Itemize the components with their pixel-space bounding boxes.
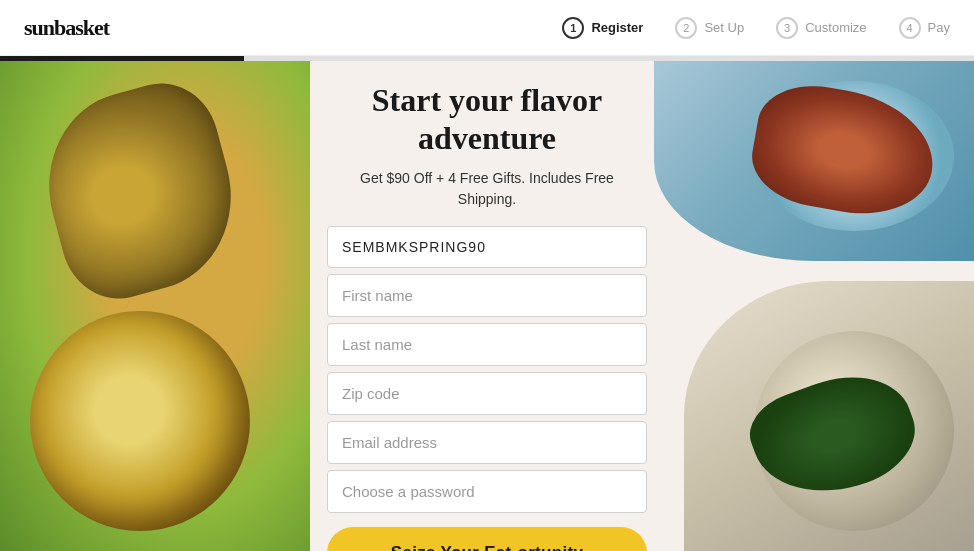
promo-code-input[interactable] (327, 226, 647, 268)
step-2-circle: 2 (675, 17, 697, 39)
main-content: Start your flavor adventure Get $90 Off … (297, 61, 677, 551)
step-4-circle: 4 (899, 17, 921, 39)
registration-form: Seize Your Eat-ortunity (327, 226, 647, 551)
step-2-label: Set Up (704, 20, 744, 35)
page-headline: Start your flavor adventure (372, 81, 602, 158)
step-register: 1 Register (562, 17, 643, 39)
step-3-circle: 3 (776, 17, 798, 39)
food-left-image (0, 61, 310, 551)
page-subheadline: Get $90 Off + 4 Free Gifts. Includes Fre… (337, 168, 637, 210)
first-name-input[interactable] (327, 274, 647, 317)
step-1-circle: 1 (562, 17, 584, 39)
progress-fill (0, 56, 244, 61)
step-pay: 4 Pay (899, 17, 950, 39)
site-header: sunbasket 1 Register 2 Set Up 3 Customiz… (0, 0, 974, 56)
zip-code-input[interactable] (327, 372, 647, 415)
registration-steps: 1 Register 2 Set Up 3 Customize 4 Pay (562, 17, 950, 39)
step-4-label: Pay (928, 20, 950, 35)
step-customize: 3 Customize (776, 17, 866, 39)
step-setup: 2 Set Up (675, 17, 744, 39)
last-name-input[interactable] (327, 323, 647, 366)
step-3-label: Customize (805, 20, 866, 35)
cta-button[interactable]: Seize Your Eat-ortunity (327, 527, 647, 551)
step-1-label: Register (591, 20, 643, 35)
food-right-bottom-image (684, 281, 974, 551)
password-input[interactable] (327, 470, 647, 513)
progress-bar (0, 56, 974, 61)
food-right-top-image (654, 61, 974, 261)
site-logo: sunbasket (24, 15, 109, 41)
email-input[interactable] (327, 421, 647, 464)
